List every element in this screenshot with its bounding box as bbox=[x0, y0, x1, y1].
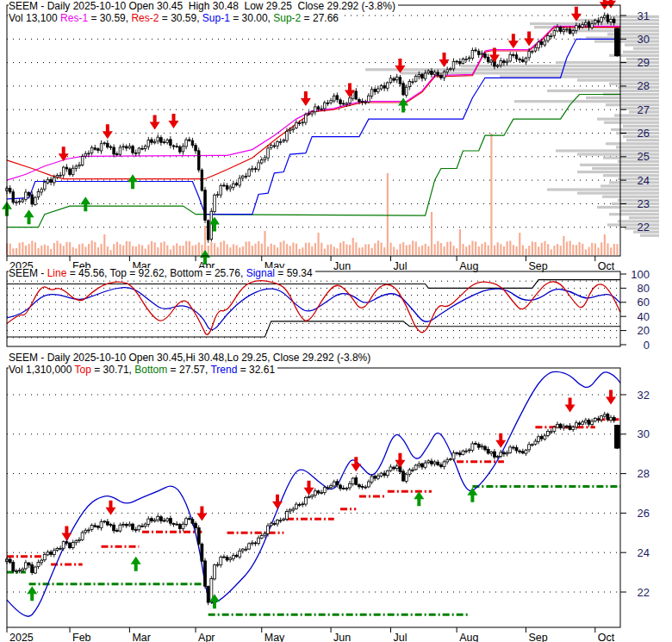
panel3-candle-body bbox=[364, 487, 367, 488]
panel1-candle-body bbox=[59, 175, 62, 176]
panel3-candle-body bbox=[376, 476, 379, 478]
panel3-candle-body bbox=[358, 485, 360, 487]
panel3-candle-body bbox=[277, 520, 279, 524]
panel3-candle-body bbox=[512, 447, 514, 448]
panel3-candle-body bbox=[333, 482, 335, 486]
panel1-candle-body bbox=[465, 59, 468, 60]
volume-bar bbox=[374, 243, 376, 255]
x-tick-label: May bbox=[264, 632, 285, 642]
volume-bar bbox=[170, 249, 171, 255]
panel3-title: SEEM - Daily 2025-10-10 Open 30.45,Hi 30… bbox=[9, 352, 370, 364]
y-tick-label: 25 bbox=[638, 150, 650, 163]
panel3-candle-body bbox=[75, 541, 78, 543]
panel1-candle-body bbox=[458, 61, 461, 63]
panel3-candle-body bbox=[475, 443, 477, 444]
panel3-candle-body bbox=[556, 424, 558, 427]
panel3-top-value: = 30.71, bbox=[91, 364, 134, 376]
volume-bar bbox=[94, 242, 96, 255]
panel3-candle-body bbox=[389, 467, 392, 471]
panel3-candle-body bbox=[380, 473, 383, 476]
volume-bar bbox=[113, 244, 115, 255]
panel1-candle-body bbox=[364, 102, 367, 103]
panel2-header: SEEM - Line = 45.56, Top = 92.62, Bottom… bbox=[9, 268, 315, 279]
panel1-candle-body bbox=[610, 20, 613, 22]
volume-bar bbox=[547, 244, 549, 255]
panel1-candle-body bbox=[18, 202, 21, 203]
panel1-sup2-label: Sup-2 bbox=[273, 12, 301, 24]
panel1-candle-body bbox=[188, 140, 190, 140]
panel1-candle-body bbox=[134, 153, 137, 153]
panel1-candle-body bbox=[522, 59, 525, 61]
volume-bar bbox=[56, 240, 58, 255]
panel1-candle-body bbox=[402, 84, 405, 95]
volume-bar bbox=[135, 246, 137, 255]
panel3-candle-body bbox=[15, 571, 17, 572]
volume-bar bbox=[277, 247, 278, 255]
panel1-candle-body bbox=[172, 146, 175, 146]
volume-bar bbox=[273, 245, 275, 255]
panel3-candle-body bbox=[81, 533, 84, 539]
volume-bar bbox=[126, 241, 128, 255]
panel3-candle-body bbox=[572, 427, 575, 430]
panel3-candle-body bbox=[502, 452, 505, 454]
volume-bar bbox=[82, 244, 84, 255]
panel3-candle-body bbox=[87, 530, 90, 531]
volume-bar bbox=[72, 247, 74, 255]
panel1-candle-body bbox=[279, 141, 282, 142]
y-tick-label: 28 bbox=[638, 79, 650, 92]
volume-bar bbox=[362, 247, 364, 255]
volume-bar bbox=[254, 244, 256, 255]
volume-bar bbox=[450, 241, 451, 255]
panel1-candle-body bbox=[395, 77, 398, 80]
sell-signal-arrow bbox=[169, 114, 179, 128]
panel3-candle-body bbox=[569, 426, 571, 429]
panel1-candle-body bbox=[115, 154, 118, 155]
volume-bar bbox=[610, 247, 612, 255]
volume-bar bbox=[576, 245, 577, 255]
volume-bar bbox=[525, 249, 526, 255]
panel1-candle-body bbox=[252, 169, 254, 170]
panel1-candle-body bbox=[264, 158, 266, 159]
volume-by-price-bar bbox=[607, 223, 659, 226]
volume-bar bbox=[343, 241, 345, 255]
panel3-candle-body bbox=[289, 510, 291, 511]
volume-by-price-bar bbox=[612, 16, 659, 18]
volume-bar bbox=[421, 246, 423, 255]
panel3-candle-body bbox=[197, 527, 200, 544]
panel1-candle-body bbox=[559, 27, 562, 31]
y-tick-label: 29 bbox=[638, 56, 650, 69]
panel1-candle-body bbox=[286, 131, 289, 140]
panel3-candle-last-body bbox=[615, 425, 620, 448]
sell-signal-arrow bbox=[103, 124, 113, 139]
panel1-candle-body bbox=[88, 153, 90, 154]
volume-bar bbox=[16, 248, 17, 255]
volume-bar bbox=[214, 243, 215, 255]
panel3-candle-body bbox=[298, 504, 301, 505]
volume-bar bbox=[116, 242, 118, 255]
panel3-candle-body bbox=[600, 416, 603, 420]
volume-bar bbox=[173, 246, 175, 255]
volume-bar bbox=[406, 246, 408, 255]
panel1-candle-body bbox=[273, 146, 276, 146]
panel3-volume-label: Vol 1,310,000 bbox=[9, 364, 75, 376]
panel1-candle-body bbox=[195, 146, 197, 151]
panel3-candle-body bbox=[12, 563, 15, 571]
volume-bar bbox=[371, 248, 373, 255]
panel1-candle-body bbox=[481, 53, 483, 54]
panel1-res2-value: = 30.59, bbox=[159, 12, 202, 24]
panel3-candle-body bbox=[132, 524, 134, 529]
panel1-candle-body bbox=[585, 22, 588, 25]
panel1-candle-body bbox=[323, 103, 326, 109]
panel1-candle-body bbox=[600, 17, 603, 22]
panel1-candle-body bbox=[25, 192, 28, 199]
volume-bar bbox=[107, 246, 109, 255]
panel1-candle-body bbox=[53, 178, 55, 183]
volume-bar bbox=[248, 241, 250, 255]
panel3-candle-body bbox=[72, 543, 74, 548]
volume-bar bbox=[182, 246, 184, 255]
panel1-candle-body bbox=[317, 107, 320, 109]
panel1-header-line1: SEEM - Daily 2025-10-10 Open 30.45 High … bbox=[9, 1, 398, 12]
x-tick-label: Aug bbox=[459, 632, 478, 642]
panel3-candle-body bbox=[109, 525, 112, 526]
panel3-candle-body bbox=[420, 464, 423, 467]
